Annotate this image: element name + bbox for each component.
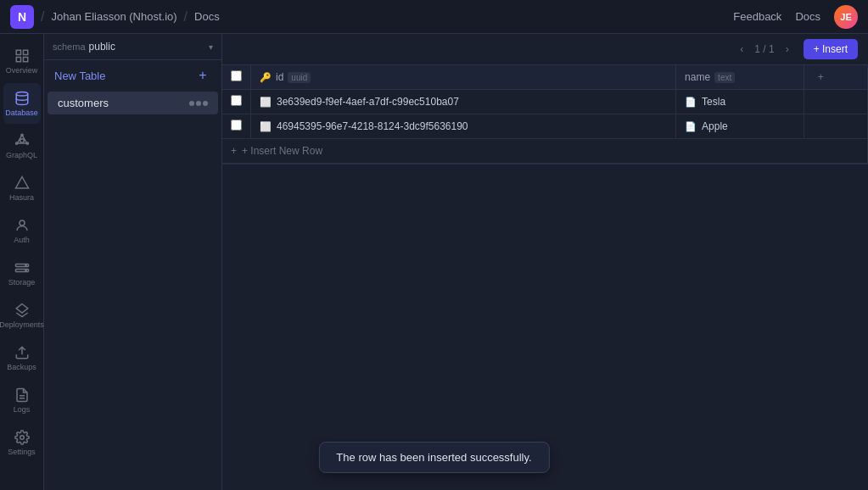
insert-row-icon: +: [231, 145, 237, 157]
schema-label: schema: [53, 42, 86, 52]
row2-extra-cell: [804, 114, 867, 139]
sidebar: Overview Database GraphQL Hasura: [0, 34, 44, 490]
row2-id-cell[interactable]: ⬜ 46945395-96e7-4218-8124-3dc9f5636190: [251, 114, 676, 139]
row1-id-icon: ⬜: [260, 97, 272, 108]
insert-row-cell: + + Insert New Row: [222, 139, 868, 164]
id-column-header[interactable]: 🔑 id uuid: [251, 65, 676, 90]
svg-point-13: [25, 264, 26, 266]
topbar-project[interactable]: Johan Eliasson (Nhost.io): [51, 10, 176, 23]
topbar-sep-2: /: [184, 9, 188, 25]
svg-rect-1: [23, 50, 27, 54]
sidebar-item-logs[interactable]: Logs: [3, 380, 41, 420]
name-col-type: text: [714, 72, 735, 83]
content-area: schema public ▾ New Table + customers: [44, 34, 868, 490]
row2-id-value: 46945395-96e7-4218-8124-3dc9f5636190: [277, 120, 468, 132]
id-col-name: id: [276, 71, 283, 83]
data-table: 🔑 id uuid name text: [222, 65, 868, 164]
topbar-left: N / Johan Eliasson (Nhost.io) / Docs: [10, 5, 220, 29]
sidebar-label-storage: Storage: [8, 278, 36, 287]
row1-extra-cell: [804, 90, 867, 114]
svg-rect-3: [23, 57, 27, 61]
table-name-customers: customers: [58, 97, 189, 109]
app-logo[interactable]: N: [10, 5, 34, 29]
left-panel: schema public ▾ New Table + customers: [44, 34, 222, 490]
topbar-section[interactable]: Docs: [194, 10, 220, 23]
graphql-icon: [14, 133, 30, 148]
docs-link[interactable]: Docs: [795, 10, 820, 23]
new-table-label[interactable]: New Table: [54, 70, 105, 82]
sidebar-label-settings: Settings: [8, 448, 36, 456]
table-row: ⬜ 46945395-96e7-4218-8124-3dc9f5636190 📄…: [222, 114, 868, 139]
sidebar-item-hasura[interactable]: Hasura: [3, 168, 41, 209]
table-row: ⬜ 3e639ed9-f9ef-4aef-a7df-c99ec510ba07 📄…: [222, 90, 868, 114]
toast-notification: The row has been inserted successfully.: [318, 442, 549, 473]
svg-rect-2: [16, 57, 20, 61]
name-column-header[interactable]: name text: [676, 65, 804, 90]
topbar-right: Feedback Docs JE: [733, 5, 858, 29]
next-page-button[interactable]: ›: [778, 40, 797, 58]
row2-id-content: ⬜ 46945395-96e7-4218-8124-3dc9f5636190: [260, 120, 667, 132]
checkbox-header: [222, 65, 251, 90]
sidebar-item-storage[interactable]: Storage: [3, 253, 41, 293]
select-all-checkbox[interactable]: [231, 70, 242, 81]
sidebar-item-deployments[interactable]: Deployments: [3, 295, 41, 336]
dot-3: [203, 101, 208, 106]
schema-selector[interactable]: schema public ▾: [44, 34, 221, 60]
add-table-button[interactable]: +: [194, 67, 211, 84]
database-icon: [14, 91, 30, 106]
svg-point-18: [20, 435, 24, 439]
new-table-row: New Table +: [44, 60, 221, 91]
name-col-name: name: [685, 71, 710, 83]
row1-checkbox[interactable]: [231, 95, 242, 106]
sidebar-label-overview: Overview: [6, 66, 38, 75]
row2-name-content: 📄 Apple: [685, 120, 795, 132]
row1-id-cell[interactable]: ⬜ 3e639ed9-f9ef-4aef-a7df-c99ec510ba07: [251, 90, 676, 114]
sidebar-label-auth: Auth: [14, 236, 30, 244]
svg-rect-0: [16, 50, 20, 54]
insert-row-row: + + Insert New Row: [222, 139, 868, 164]
sidebar-label-database: Database: [5, 109, 38, 117]
table-item-customers[interactable]: customers: [48, 92, 218, 114]
settings-icon: [14, 430, 30, 445]
sidebar-item-backups[interactable]: Backups: [3, 337, 41, 378]
page-sep: /: [763, 43, 769, 55]
sidebar-item-auth[interactable]: Auth: [3, 210, 41, 251]
svg-point-14: [25, 270, 26, 271]
right-toolbar: ‹ 1 / 1 › + Insert: [222, 34, 868, 65]
row1-name-content: 📄 Tesla: [685, 96, 795, 108]
sidebar-label-logs: Logs: [14, 405, 31, 414]
sidebar-item-overview[interactable]: Overview: [3, 41, 41, 81]
page-current: 1: [754, 43, 760, 55]
sidebar-item-graphql[interactable]: GraphQL: [3, 125, 41, 166]
auth-icon: [14, 218, 30, 233]
row1-id-value: 3e639ed9-f9ef-4aef-a7df-c99ec510ba07: [277, 96, 459, 108]
row2-name-cell[interactable]: 📄 Apple: [676, 114, 804, 139]
sidebar-item-database[interactable]: Database: [3, 83, 41, 124]
hasura-icon: [14, 175, 30, 191]
sidebar-label-graphql: GraphQL: [6, 151, 37, 159]
avatar[interactable]: JE: [834, 5, 858, 29]
insert-new-row-button[interactable]: + + Insert New Row: [222, 139, 867, 164]
prev-page-button[interactable]: ‹: [732, 40, 751, 58]
row2-checkbox[interactable]: [231, 120, 242, 131]
insert-button[interactable]: + Insert: [804, 39, 858, 59]
topbar: N / Johan Eliasson (Nhost.io) / Docs Fee…: [0, 0, 868, 34]
row1-name-cell[interactable]: 📄 Tesla: [676, 90, 804, 114]
dot-2: [196, 101, 201, 106]
table-header-row: 🔑 id uuid name text: [222, 65, 868, 90]
deployments-icon: [14, 303, 30, 318]
add-column-button[interactable]: +: [813, 70, 829, 85]
schema-value: public: [89, 41, 115, 53]
sidebar-item-settings[interactable]: Settings: [3, 422, 41, 463]
svg-point-10: [20, 220, 25, 226]
page-total: 1: [769, 43, 775, 55]
insert-row-label: + Insert New Row: [242, 145, 322, 157]
row2-checkbox-cell: [222, 114, 251, 139]
feedback-link[interactable]: Feedback: [733, 10, 781, 23]
topbar-sep-1: /: [41, 9, 44, 25]
sidebar-label-backups: Backups: [7, 363, 36, 371]
add-column-header[interactable]: +: [804, 65, 867, 90]
sidebar-label-hasura: Hasura: [9, 193, 34, 202]
svg-point-5: [20, 138, 24, 142]
pagination: ‹ 1 / 1 ›: [732, 40, 796, 58]
